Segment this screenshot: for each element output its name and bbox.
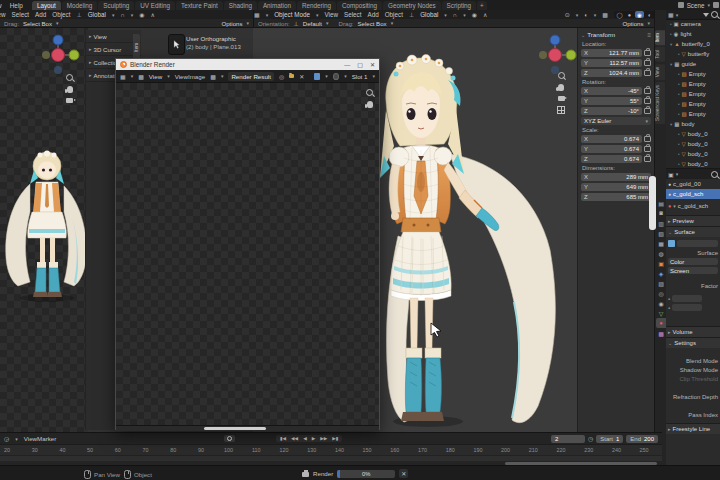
outliner-item[interactable]: •▧Empty [666, 69, 720, 79]
lock-icon[interactable] [644, 146, 651, 152]
material-slot[interactable]: ●c_gold_00 [666, 179, 720, 189]
zoom-icon[interactable] [366, 89, 373, 96]
jump-to-end-button[interactable]: ▶▮ [330, 435, 340, 442]
panel-volume[interactable]: ▸Volume [666, 326, 720, 337]
workspace-tab-texture-paint[interactable]: Texture Paint [176, 1, 223, 10]
zoom-icon[interactable] [558, 72, 565, 79]
workspace-tab-scripting[interactable]: Scripting [442, 1, 477, 10]
view-transform-icon[interactable] [333, 73, 339, 80]
expand-icon[interactable]: ▾ [670, 42, 672, 47]
number-field-z[interactable]: Z685 mm [581, 193, 651, 201]
transform-orientation-dropdown[interactable]: Global [420, 11, 438, 18]
menu-view[interactable]: View [324, 11, 338, 18]
workspace-tab-modeling[interactable]: Modeling [62, 1, 98, 10]
sidebar-tab-item[interactable]: Item [655, 30, 665, 45]
orientation-dropdown[interactable]: Default [303, 20, 322, 27]
material-slot[interactable]: ●c_gold_sch [666, 189, 720, 199]
expand-icon[interactable]: ▾ [670, 62, 672, 67]
properties-tab-physics[interactable]: ◎ [656, 288, 667, 298]
properties-tab-tool[interactable]: ▤ [656, 198, 667, 208]
properties-tab-particles[interactable]: ▨ [656, 278, 667, 288]
search-icon[interactable] [711, 11, 718, 18]
lock-icon[interactable] [644, 88, 651, 94]
shading-solid-button[interactable]: ● [625, 11, 634, 18]
menu-marker[interactable]: Marker [37, 435, 56, 442]
panel-surface[interactable]: ⌄Surface [666, 226, 720, 237]
menu-window[interactable]: Window [0, 2, 2, 9]
sidebar-tab-view[interactable]: View [655, 64, 665, 80]
options-dropdown[interactable]: Options [221, 20, 242, 27]
properties-tab-constraints[interactable]: ◉ [656, 298, 667, 308]
sidebar-scrollbar[interactable] [649, 176, 656, 230]
play-button[interactable]: ▶ [310, 435, 318, 442]
number-field-x[interactable]: X289 mm [581, 173, 651, 181]
editor-type-icon[interactable]: ▦ [254, 11, 260, 18]
play-reverse-button[interactable]: ◀ [301, 435, 309, 442]
sidebar-tab-tool[interactable]: Tool [655, 47, 665, 62]
workspace-tab-geometry-nodes[interactable]: Geometry Nodes [383, 1, 441, 10]
outliner-item[interactable]: •▧Empty [666, 89, 720, 99]
maximize-button[interactable]: ▢ [357, 61, 363, 68]
ortho-grid-icon[interactable] [557, 106, 565, 114]
lock-icon[interactable] [644, 156, 651, 162]
workspace-tab-shading[interactable]: Shading [224, 1, 257, 10]
number-field-z[interactable]: Z1024.4 mm [581, 69, 642, 77]
jump-to-start-button[interactable]: ▮◀ [278, 435, 288, 442]
panel-preview[interactable]: ▸Preview [666, 215, 720, 226]
workspace-tab-uv-editing[interactable]: UV Editing [135, 1, 175, 10]
menu-select[interactable]: Select [12, 11, 30, 18]
material-name[interactable]: c_gold_sch [678, 203, 708, 209]
outliner-item[interactable]: ▾▦body [666, 119, 720, 129]
outliner-item[interactable]: ▾▲butterfly_0 [666, 39, 720, 49]
add-workspace-button[interactable]: + [477, 1, 487, 10]
next-keyframe-button[interactable]: ▶▶ [318, 435, 329, 442]
menu-view[interactable]: View [0, 11, 6, 18]
frame-end-field[interactable]: End200 [626, 435, 658, 443]
shading-wireframe-button[interactable]: ◯ [615, 11, 624, 18]
properties-tab-world[interactable]: ◍ [656, 248, 667, 258]
lock-icon[interactable] [644, 50, 651, 56]
falloff-icon[interactable]: ∧ [483, 11, 487, 18]
prev-keyframe-button[interactable]: ◀◀ [289, 435, 300, 442]
render-window[interactable]: Blender Render —▢✕ ▦▾ ▩ View▾ ViewImage … [115, 58, 380, 430]
move-view-icon[interactable] [67, 86, 73, 93]
filter-icon[interactable] [703, 13, 709, 17]
outliner-item[interactable]: •▽body_0 [666, 139, 720, 149]
transform-panel-header[interactable]: ⌄ Transform ≡ [581, 30, 651, 39]
socket-row[interactable]: ▪ [666, 294, 720, 303]
number-field-y[interactable]: Y0.674 [581, 145, 642, 153]
unlink-icon[interactable]: ✕ [299, 73, 304, 80]
falloff-icon[interactable]: ∧ [151, 11, 155, 18]
properties-tab-object[interactable]: ▣ [656, 258, 667, 268]
panel-menu-icon[interactable]: ≡ [647, 31, 651, 38]
close-button[interactable]: ✕ [370, 61, 375, 68]
workspace-tab-compositing[interactable]: Compositing [337, 1, 382, 10]
open-image-icon[interactable] [289, 74, 294, 78]
outliner-item[interactable]: •▣camera [666, 19, 720, 29]
scene-selector[interactable]: Scene [687, 2, 705, 9]
number-field-y[interactable]: Y649 mm [581, 183, 651, 191]
pin-icon[interactable]: ◎ [279, 73, 284, 80]
property-field-color[interactable]: Color [668, 258, 718, 265]
sidebar-tab-screencast-keys[interactable]: Screencast Keys [655, 82, 665, 124]
shading-rendered-button[interactable]: ◐ [645, 11, 654, 18]
number-field-y[interactable]: Y55° [581, 97, 642, 105]
xray-toggle-icon[interactable]: ▩ [602, 11, 608, 18]
lock-icon[interactable] [644, 60, 651, 66]
properties-tab-output[interactable]: ▥ [656, 218, 667, 228]
outliner-item[interactable]: •▽body_0 [666, 129, 720, 139]
properties-tab-material[interactable]: ● [656, 318, 667, 328]
render-window-titlebar[interactable]: Blender Render —▢✕ [116, 59, 379, 70]
cancel-render-button[interactable]: ✕ [399, 469, 408, 478]
horizontal-scrollbar[interactable] [204, 427, 266, 430]
view-layer-icon[interactable] [713, 2, 719, 8]
menu-object[interactable]: Object [385, 11, 403, 18]
outliner-item[interactable]: •▽body_0 [666, 149, 720, 159]
properties-tab-scene[interactable]: ▦ [656, 238, 667, 248]
lock-icon[interactable] [644, 70, 651, 76]
number-field-x[interactable]: X0.674 [581, 135, 642, 143]
lock-icon[interactable] [644, 136, 651, 142]
proportional-editing-icon[interactable]: ◉ [472, 11, 477, 18]
number-field-z[interactable]: Z0.674 [581, 155, 642, 163]
lock-icon[interactable] [644, 98, 651, 104]
